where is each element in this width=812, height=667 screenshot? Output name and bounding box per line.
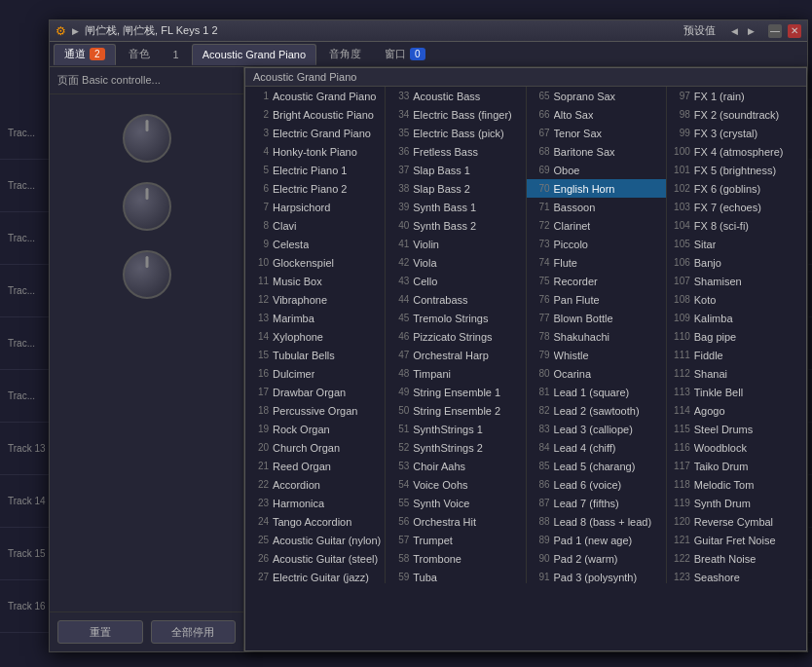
- instrument-row-35[interactable]: 35Electric Bass (pick): [386, 124, 525, 142]
- instrument-row-86[interactable]: 86Lead 6 (voice): [527, 475, 666, 494]
- instrument-row-78[interactable]: 78Shakuhachi: [527, 327, 666, 346]
- instrument-columns[interactable]: 1Acoustic Grand Piano2Bright Acoustic Pi…: [245, 87, 806, 583]
- instrument-row-73[interactable]: 73Piccolo: [527, 235, 666, 253]
- stop-all-button[interactable]: 全部停用: [151, 620, 237, 644]
- instrument-row-70[interactable]: 70English Horn: [527, 179, 666, 198]
- instrument-row-76[interactable]: 76Pan Flute: [527, 290, 666, 309]
- instrument-row-40[interactable]: 40Synth Bass 2: [386, 216, 525, 235]
- instrument-row-121[interactable]: 121Guitar Fret Noise: [667, 531, 806, 549]
- instrument-row-45[interactable]: 45Tremolo Strings: [386, 309, 525, 327]
- tab-color[interactable]: 音色: [118, 44, 161, 65]
- instrument-row-16[interactable]: 16Dulcimer: [245, 364, 385, 383]
- instrument-row-23[interactable]: 23Harmonica: [245, 494, 385, 512]
- instrument-row-19[interactable]: 19Rock Organ: [245, 420, 385, 438]
- instrument-row-49[interactable]: 49String Ensemble 1: [386, 383, 525, 401]
- instrument-row-21[interactable]: 21Reed Organ: [245, 457, 385, 475]
- instrument-row-8[interactable]: 8Clavi: [245, 216, 385, 235]
- instrument-row-65[interactable]: 65Soprano Sax: [527, 87, 666, 105]
- instrument-row-84[interactable]: 84Lead 4 (chiff): [527, 438, 666, 457]
- knob-2[interactable]: [123, 182, 171, 231]
- instrument-row-48[interactable]: 48Timpani: [386, 364, 525, 383]
- instrument-row-44[interactable]: 44Contrabass: [386, 290, 525, 309]
- instrument-row-38[interactable]: 38Slap Bass 2: [386, 179, 525, 198]
- instrument-row-5[interactable]: 5Electric Piano 1: [245, 161, 385, 179]
- instrument-row-98[interactable]: 98FX 2 (soundtrack): [667, 105, 806, 124]
- instrument-row-17[interactable]: 17Drawbar Organ: [245, 383, 385, 401]
- instrument-row-39[interactable]: 39Synth Bass 1: [386, 198, 525, 216]
- instrument-row-90[interactable]: 90Pad 2 (warm): [527, 549, 666, 568]
- instrument-row-103[interactable]: 103FX 7 (echoes): [667, 198, 806, 216]
- instrument-row-111[interactable]: 111Fiddle: [667, 346, 806, 364]
- instrument-row-115[interactable]: 115Steel Drums: [667, 420, 806, 438]
- instrument-row-12[interactable]: 12Vibraphone: [245, 290, 385, 309]
- instrument-row-83[interactable]: 83Lead 3 (calliope): [527, 420, 666, 438]
- minimize-button[interactable]: —: [768, 24, 782, 38]
- instrument-row-85[interactable]: 85Lead 5 (charang): [527, 457, 666, 475]
- instrument-row-54[interactable]: 54Voice Oohs: [386, 475, 525, 494]
- tab-channel[interactable]: 通道 2: [54, 44, 116, 65]
- instrument-row-99[interactable]: 99FX 3 (crystal): [667, 124, 806, 142]
- instrument-row-7[interactable]: 7Harpsichord: [245, 198, 385, 216]
- instrument-row-112[interactable]: 112Shanai: [667, 364, 806, 383]
- instrument-row-79[interactable]: 79Whistle: [527, 346, 666, 364]
- instrument-row-59[interactable]: 59Tuba: [386, 568, 525, 583]
- instrument-row-18[interactable]: 18Percussive Organ: [245, 401, 385, 420]
- instrument-row-68[interactable]: 68Baritone Sax: [527, 142, 666, 161]
- tab-angle[interactable]: 音角度: [318, 44, 372, 65]
- instrument-row-52[interactable]: 52SynthStrings 2: [386, 438, 525, 457]
- instrument-row-36[interactable]: 36Fretless Bass: [386, 142, 525, 161]
- preset-prev-icon[interactable]: ◀: [731, 26, 738, 36]
- instrument-row-26[interactable]: 26Acoustic Guitar (steel): [245, 549, 385, 568]
- instrument-row-108[interactable]: 108Koto: [667, 290, 806, 309]
- instrument-row-100[interactable]: 100FX 4 (atmosphere): [667, 142, 806, 161]
- instrument-row-105[interactable]: 105Sitar: [667, 235, 806, 253]
- instrument-row-71[interactable]: 71Bassoon: [527, 198, 666, 216]
- instrument-row-89[interactable]: 89Pad 1 (new age): [527, 531, 666, 549]
- instrument-row-11[interactable]: 11Music Box: [245, 272, 385, 290]
- instrument-row-77[interactable]: 77Blown Bottle: [527, 309, 666, 327]
- instrument-row-24[interactable]: 24Tango Accordion: [245, 512, 385, 531]
- instrument-row-15[interactable]: 15Tubular Bells: [245, 346, 385, 364]
- instrument-row-82[interactable]: 82Lead 2 (sawtooth): [527, 401, 666, 420]
- instrument-row-47[interactable]: 47Orchestral Harp: [386, 346, 525, 364]
- instrument-row-110[interactable]: 110Bag pipe: [667, 327, 806, 346]
- reset-button[interactable]: 重置: [57, 620, 143, 644]
- instrument-row-101[interactable]: 101FX 5 (brightness): [667, 161, 806, 179]
- instrument-row-57[interactable]: 57Trumpet: [386, 531, 525, 549]
- instrument-row-114[interactable]: 114Agogo: [667, 401, 806, 420]
- instrument-row-58[interactable]: 58Trombone: [386, 549, 525, 568]
- instrument-row-116[interactable]: 116Woodblock: [667, 438, 806, 457]
- tab-window[interactable]: 窗口 0: [374, 44, 436, 65]
- knob-1[interactable]: [123, 114, 171, 163]
- instrument-row-106[interactable]: 106Banjo: [667, 253, 806, 272]
- instrument-row-119[interactable]: 119Synth Drum: [667, 494, 806, 512]
- instrument-row-66[interactable]: 66Alto Sax: [527, 105, 666, 124]
- instrument-row-74[interactable]: 74Flute: [527, 253, 666, 272]
- instrument-row-97[interactable]: 97FX 1 (rain): [667, 87, 806, 105]
- instrument-row-37[interactable]: 37Slap Bass 1: [386, 161, 525, 179]
- instrument-row-91[interactable]: 91Pad 3 (polysynth): [527, 568, 666, 583]
- close-button[interactable]: ✕: [788, 24, 801, 38]
- instrument-row-80[interactable]: 80Ocarina: [527, 364, 666, 383]
- instrument-row-3[interactable]: 3Electric Grand Piano: [245, 124, 385, 142]
- instrument-row-102[interactable]: 102FX 6 (goblins): [667, 179, 806, 198]
- instrument-row-43[interactable]: 43Cello: [386, 272, 525, 290]
- instrument-row-13[interactable]: 13Marimba: [245, 309, 385, 327]
- preset-next-icon[interactable]: ▶: [748, 26, 755, 36]
- instrument-row-14[interactable]: 14Xylophone: [245, 327, 385, 346]
- knob-3[interactable]: [123, 250, 171, 299]
- instrument-row-122[interactable]: 122Breath Noise: [667, 549, 806, 568]
- instrument-row-46[interactable]: 46Pizzicato Strings: [386, 327, 525, 346]
- instrument-row-51[interactable]: 51SynthStrings 1: [386, 420, 525, 438]
- instrument-row-120[interactable]: 120Reverse Cymbal: [667, 512, 806, 531]
- instrument-row-107[interactable]: 107Shamisen: [667, 272, 806, 290]
- instrument-row-117[interactable]: 117Taiko Drum: [667, 457, 806, 475]
- instrument-row-67[interactable]: 67Tenor Sax: [527, 124, 666, 142]
- instrument-row-75[interactable]: 75Recorder: [527, 272, 666, 290]
- instrument-row-104[interactable]: 104FX 8 (sci-fi): [667, 216, 806, 235]
- instrument-row-9[interactable]: 9Celesta: [245, 235, 385, 253]
- instrument-row-50[interactable]: 50String Ensemble 2: [386, 401, 525, 420]
- instrument-row-4[interactable]: 4Honky-tonk Piano: [245, 142, 385, 161]
- instrument-row-88[interactable]: 88Lead 8 (bass + lead): [527, 512, 666, 531]
- instrument-row-34[interactable]: 34Electric Bass (finger): [386, 105, 525, 124]
